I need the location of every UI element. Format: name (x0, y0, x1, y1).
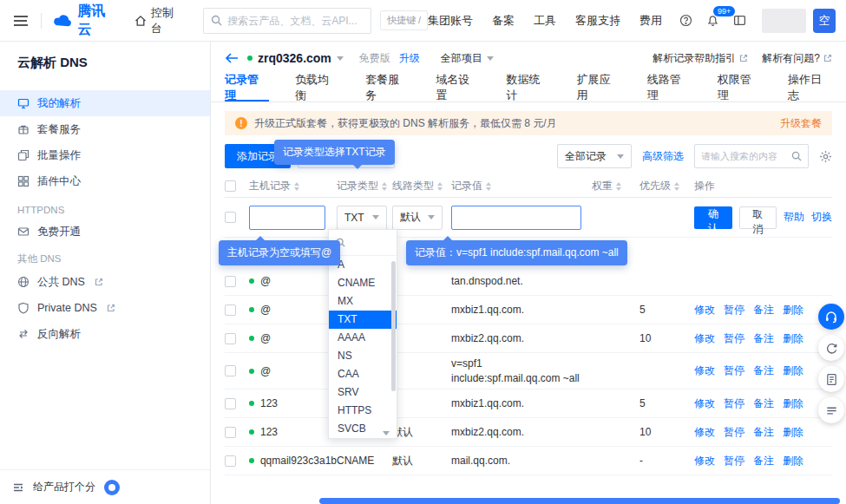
tab-permission-management[interactable]: 权限管理 (718, 75, 762, 101)
row-checkbox[interactable] (225, 427, 236, 438)
dropdown-option-cname[interactable]: CNAME (329, 274, 397, 292)
remark-link[interactable]: 备注 (753, 425, 774, 440)
survey-icon[interactable] (104, 480, 120, 495)
sidebar-item-reverse-resolution[interactable]: 反向解析 (0, 321, 210, 347)
modify-link[interactable]: 修改 (694, 363, 715, 378)
dropdown-scrollbar[interactable] (391, 261, 396, 391)
dropdown-option-ns[interactable]: NS (329, 347, 397, 365)
select-all-checkbox[interactable] (225, 180, 236, 192)
pause-link[interactable]: 暂停 (724, 396, 744, 411)
dropdown-option-aaaa[interactable]: AAAA (329, 329, 397, 347)
upgrade-plan-link[interactable]: 升级套餐 (780, 116, 822, 131)
survey-list-button[interactable] (818, 397, 844, 423)
global-search[interactable] (203, 8, 371, 34)
sidebar-item-private-dns[interactable]: Private DNS (0, 295, 210, 321)
pause-link[interactable]: 暂停 (724, 303, 744, 317)
row-checkbox[interactable] (225, 212, 236, 223)
upgrade-link[interactable]: 升级 (399, 51, 420, 66)
delete-link[interactable]: 删除 (783, 363, 803, 378)
row-checkbox[interactable] (225, 398, 236, 409)
delete-link[interactable]: 删除 (783, 425, 803, 440)
sort-icon[interactable] (437, 182, 443, 191)
modify-link[interactable]: 修改 (694, 425, 715, 440)
sort-icon[interactable] (294, 182, 299, 191)
row-checkbox[interactable] (225, 304, 236, 316)
remark-link[interactable]: 备注 (753, 454, 774, 468)
tab-extended-apps[interactable]: 扩展应用 (577, 75, 621, 101)
domain-selector[interactable]: zrq0326.com (247, 51, 344, 65)
dropdown-option-mx[interactable]: MX (329, 292, 397, 311)
sidebar-item-free-activation[interactable]: 免费开通 (0, 219, 210, 245)
column-settings-icon[interactable] (819, 150, 832, 163)
record-filter-select[interactable]: 全部记录 (557, 144, 632, 168)
modify-link[interactable]: 修改 (694, 331, 715, 346)
modify-link[interactable]: 修改 (694, 454, 715, 468)
sort-icon[interactable] (674, 182, 679, 191)
sort-icon[interactable] (616, 182, 621, 191)
rate-product-link[interactable]: 给产品打个分 (33, 480, 95, 494)
nav-tools[interactable]: 工具 (534, 13, 556, 29)
project-selector[interactable]: 全部项目 (441, 51, 494, 66)
sidebar-item-my-resolution[interactable]: 我的解析 (0, 90, 210, 116)
workspace-icon[interactable] (733, 14, 746, 27)
remark-link[interactable]: 备注 (753, 396, 774, 411)
resolution-problem-link[interactable]: 解析有问题? (762, 51, 832, 66)
tab-line-management[interactable]: 线路管理 (647, 75, 692, 101)
delete-link[interactable]: 删除 (783, 454, 803, 468)
dropdown-option-srv[interactable]: SRV (329, 383, 397, 402)
dropdown-option-txt[interactable]: TXT (329, 311, 397, 329)
pause-link[interactable]: 暂停 (724, 454, 744, 468)
console-link[interactable]: 控制台 (134, 5, 180, 36)
modify-link[interactable]: 修改 (694, 303, 715, 317)
tab-load-balancing[interactable]: 负载均衡 (295, 75, 339, 101)
row-checkbox[interactable] (225, 365, 236, 376)
help-guide-link[interactable]: 解析记录帮助指引 (653, 51, 748, 66)
row-checkbox[interactable] (225, 276, 236, 287)
feedback-button[interactable] (818, 335, 844, 361)
record-type-select[interactable]: TXT (337, 206, 387, 230)
advanced-filter-button[interactable]: 高级筛选 (642, 149, 684, 164)
notification-bell-icon[interactable]: 99+ (706, 14, 719, 27)
user-account-menu[interactable] (762, 9, 806, 33)
record-value-input[interactable] (451, 206, 581, 230)
pause-link[interactable]: 暂停 (724, 425, 744, 440)
dropdown-option-https[interactable]: HTTPS (329, 402, 397, 420)
tab-domain-settings[interactable]: 域名设置 (436, 75, 480, 101)
record-search-input[interactable] (701, 151, 787, 161)
collapse-sidebar-icon[interactable] (12, 481, 24, 494)
record-search[interactable] (694, 144, 809, 168)
line-type-select[interactable]: 默认 (392, 206, 443, 230)
tab-record-management[interactable]: 记录管理 (225, 75, 269, 101)
host-record-input[interactable] (249, 206, 325, 230)
docs-button[interactable] (818, 366, 844, 392)
sort-icon[interactable] (486, 182, 491, 191)
confirm-button[interactable]: 确认 (694, 206, 732, 229)
nav-group-account[interactable]: 集团账号 (428, 13, 473, 29)
switch-link[interactable]: 切换 (811, 210, 832, 225)
nav-icp[interactable]: 备案 (492, 13, 515, 29)
nav-support[interactable]: 客服支持 (575, 13, 620, 29)
tab-operation-logs[interactable]: 操作日志 (788, 75, 832, 101)
tab-plan-service[interactable]: 套餐服务 (365, 75, 410, 101)
nav-billing[interactable]: 费用 (639, 13, 662, 29)
sidebar-item-plan-service[interactable]: 套餐服务 (0, 116, 210, 142)
remark-link[interactable]: 备注 (753, 331, 774, 346)
remark-link[interactable]: 备注 (753, 363, 774, 378)
avatar[interactable]: 空 (813, 9, 836, 33)
dropdown-search-input[interactable] (350, 238, 388, 248)
help-circle-icon[interactable] (679, 14, 692, 27)
modify-link[interactable]: 修改 (694, 396, 715, 411)
customer-service-button[interactable] (818, 304, 844, 330)
hamburger-menu-icon[interactable] (14, 20, 27, 22)
row-checkbox[interactable] (225, 333, 236, 344)
tencent-cloud-logo[interactable]: 腾讯云 (52, 3, 114, 39)
remark-link[interactable]: 备注 (753, 303, 774, 317)
horizontal-scrollbar-thumb[interactable] (319, 498, 840, 504)
help-link[interactable]: 帮助 (784, 210, 804, 225)
tab-data-statistics[interactable]: 数据统计 (506, 75, 550, 101)
dropdown-option-caa[interactable]: CAA (329, 365, 397, 383)
pause-link[interactable]: 暂停 (724, 363, 744, 378)
pause-link[interactable]: 暂停 (724, 331, 744, 346)
back-arrow-icon[interactable] (225, 52, 239, 64)
delete-link[interactable]: 删除 (783, 331, 803, 346)
